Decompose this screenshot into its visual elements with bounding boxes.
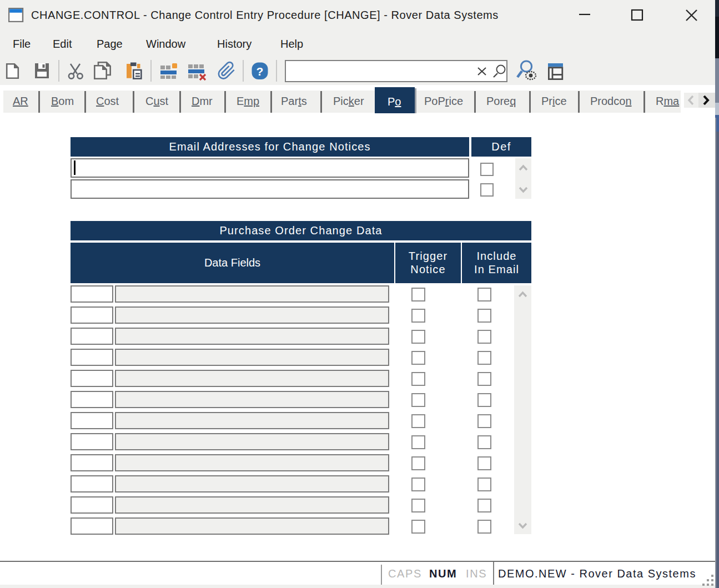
- svg-text:?: ?: [257, 65, 264, 78]
